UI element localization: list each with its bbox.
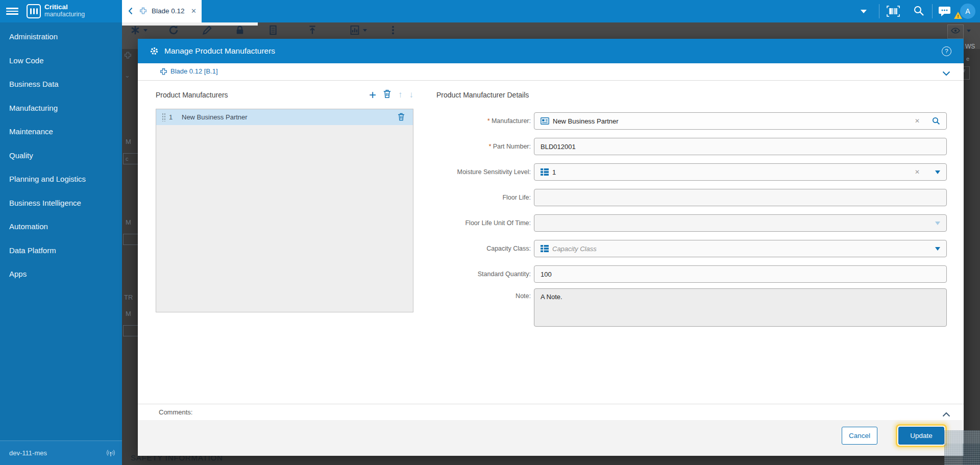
sidebar-item-maintenance[interactable]: Maintenance xyxy=(0,120,122,144)
avatar[interactable]: A xyxy=(960,4,975,19)
field-label: Capacity Class: xyxy=(291,240,531,257)
background-fragment: c xyxy=(123,153,138,164)
toolbar-divider xyxy=(879,4,879,18)
field-value: A Note. xyxy=(541,293,562,301)
sidebar-item-manufacturing[interactable]: Manufacturing xyxy=(0,96,122,120)
form-row-floor-life: Floor Life: xyxy=(138,189,964,206)
field-label: *Manufacturer: xyxy=(291,112,531,130)
background-fragment: M xyxy=(126,138,131,145)
form-row-manufacturer: *Manufacturer: New Business Partner ✕ xyxy=(138,112,964,130)
nav-dropdown-caret-icon[interactable] xyxy=(861,10,867,13)
sidebar-item-business-data[interactable]: Business Data xyxy=(0,72,122,96)
field-value: 100 xyxy=(541,271,552,278)
asterisk-icon xyxy=(129,24,141,36)
dialog-header: Manage Product Manufacturers ? xyxy=(138,39,964,63)
field-label: Floor Life: xyxy=(291,189,531,206)
sidebar-item-automation[interactable]: Automation xyxy=(0,215,122,239)
required-asterisk: * xyxy=(487,117,490,125)
form-row-floor-life-unit: Floor Life Unit Of Time: xyxy=(138,214,964,232)
note-textarea[interactable]: A Note. xyxy=(534,288,947,327)
sidebar: Administration Low Code Business Data Ma… xyxy=(0,22,122,440)
chevron-up-icon[interactable] xyxy=(942,410,950,419)
moisture-sensitivity-field[interactable]: 1 ✕ xyxy=(534,163,947,181)
add-icon[interactable]: + xyxy=(369,89,376,101)
background-fragment: e xyxy=(966,56,969,62)
warning-badge-exclamation: ! xyxy=(958,14,959,19)
form-row-capacity-class: Capacity Class: Capacity Class xyxy=(138,240,964,257)
floor-life-unit-select[interactable] xyxy=(534,214,947,232)
entity-header-row: Blade 0.12 [B.1] xyxy=(138,63,964,81)
list-toolbar: + ↑ ↓ xyxy=(342,88,413,102)
clear-icon[interactable]: ✕ xyxy=(915,168,920,176)
dialog-footer: Cancel Update xyxy=(138,420,964,456)
field-label: Floor Life Unit Of Time: xyxy=(291,214,531,232)
field-label: Note: xyxy=(291,288,531,300)
back-chevron-icon[interactable] xyxy=(128,7,133,17)
upload-icon xyxy=(306,24,318,36)
tab-blade-012[interactable]: Blade 0.12 ✕ xyxy=(122,0,202,22)
chart-icon xyxy=(349,24,361,36)
sidebar-item-low-code[interactable]: Low Code xyxy=(0,49,122,73)
field-value: BLD012001 xyxy=(541,143,576,151)
background-fragment xyxy=(123,325,138,336)
sidebar-item-data-platform[interactable]: Data Platform xyxy=(0,239,122,263)
top-bar: Critical manufacturing Blade 0.12 ✕ A ! xyxy=(0,0,980,22)
application-window: ⌄ M c M TR M SAFETY INFORMATION WS e Cri… xyxy=(0,0,980,465)
capacity-class-field[interactable]: Capacity Class xyxy=(534,240,947,257)
screen-artifact xyxy=(944,430,980,465)
field-value: 1 xyxy=(552,168,556,176)
comments-label: Comments: xyxy=(159,404,192,420)
sidebar-item-planning-and-logistics[interactable]: Planning and Logistics xyxy=(0,167,122,191)
form-row-part-number: *Part Number: BLD012001 xyxy=(138,138,964,155)
form-row-standard-quantity: Standard Quantity: 100 xyxy=(138,265,964,283)
chat-icon[interactable] xyxy=(938,6,951,19)
sidebar-item-apps[interactable]: Apps xyxy=(0,262,122,286)
part-number-field[interactable]: BLD012001 xyxy=(534,138,947,155)
background-fragment-icon xyxy=(124,52,132,61)
hamburger-menu-icon[interactable] xyxy=(6,8,18,15)
comments-section[interactable]: Comments: xyxy=(138,404,964,421)
delete-icon[interactable] xyxy=(383,89,391,101)
value-list-icon xyxy=(541,168,549,176)
caret-down-icon xyxy=(363,29,367,32)
business-partner-icon xyxy=(541,117,549,125)
background-fragment: WS xyxy=(965,43,975,50)
manufacturer-field[interactable]: New Business Partner ✕ xyxy=(534,112,947,130)
help-icon[interactable]: ? xyxy=(942,46,951,56)
caret-down-icon[interactable] xyxy=(935,247,940,251)
cancel-button[interactable]: Cancel xyxy=(842,427,877,445)
standard-quantity-field[interactable]: 100 xyxy=(534,265,947,283)
sidebar-item-quality[interactable]: Quality xyxy=(0,144,122,168)
form-row-note: Note: A Note. xyxy=(138,288,964,327)
background-fragment: M xyxy=(126,310,131,317)
dialog-title: Manage Product Manufacturers xyxy=(164,39,275,63)
barcode-scanner-icon[interactable] xyxy=(887,6,900,19)
sidebar-item-business-intelligence[interactable]: Business Intelligence xyxy=(0,191,122,215)
search-icon[interactable] xyxy=(932,117,940,125)
form-row-moisture-sensitivity: Moisture Sensitivity Level: 1 ✕ xyxy=(138,163,964,181)
tab-title: Blade 0.12 xyxy=(152,0,185,22)
chevron-down-icon[interactable] xyxy=(942,69,950,78)
move-down-icon[interactable]: ↓ xyxy=(409,90,414,100)
sidebar-footer: dev-111-mes xyxy=(0,440,122,465)
caret-down-icon[interactable] xyxy=(935,222,940,225)
caret-down-icon[interactable] xyxy=(935,170,940,174)
move-up-icon[interactable]: ↑ xyxy=(398,90,403,100)
brand-logo-icon xyxy=(27,4,41,18)
entity-link[interactable]: Blade 0.12 [B.1] xyxy=(170,63,218,80)
brand-line2: manufacturing xyxy=(44,11,85,18)
caret-down-icon xyxy=(967,30,971,32)
floor-life-field[interactable] xyxy=(534,189,947,206)
background-fragment xyxy=(123,234,138,245)
left-panel-title: Product Manufacturers xyxy=(156,91,228,99)
field-placeholder: Capacity Class xyxy=(552,245,597,253)
value-list-icon xyxy=(541,245,549,252)
close-icon[interactable]: ✕ xyxy=(191,0,197,22)
clear-icon[interactable]: ✕ xyxy=(915,117,920,125)
sidebar-item-administration[interactable]: Administration xyxy=(0,25,122,49)
field-label: Standard Quantity: xyxy=(291,265,531,283)
antenna-icon xyxy=(107,449,115,459)
lock-icon xyxy=(234,24,246,36)
search-icon[interactable] xyxy=(913,5,924,18)
update-button[interactable]: Update xyxy=(898,427,944,445)
